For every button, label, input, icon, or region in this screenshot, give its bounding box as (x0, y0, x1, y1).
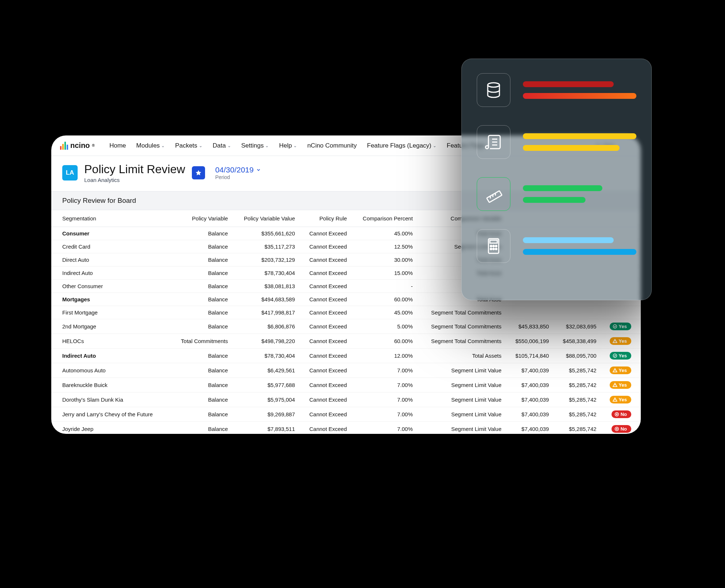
table-cell: $35,117,273 (232, 240, 299, 253)
table-cell: $494,683,589 (232, 293, 299, 306)
table-row[interactable]: Jerry and Larry's Chevy of the FutureBal… (51, 407, 641, 422)
glass-row (477, 229, 636, 263)
table-cell: $78,730,404 (232, 349, 299, 363)
database-icon[interactable] (477, 73, 510, 107)
table-cell: Balance (170, 280, 233, 293)
nav-item-label: Settings (241, 142, 264, 149)
glass-bar (523, 237, 614, 243)
glass-bars (523, 185, 636, 203)
table-row[interactable]: Joyride JeepBalance$7,893,511Cannot Exce… (51, 422, 641, 434)
table-cell: Jerry and Larry's Chevy of the Future (51, 407, 170, 422)
table-cell: Balance (170, 363, 233, 378)
table-row[interactable]: 2nd MortgageBalance$6,806,876Cannot Exce… (51, 319, 641, 334)
column-header[interactable]: Comparison Percent (351, 210, 417, 227)
table-cell: $5,977,688 (232, 378, 299, 392)
nav-item-help[interactable]: Help⌄ (275, 140, 301, 152)
status-pill-label: No (621, 426, 627, 432)
table-cell: $458,338,499 (553, 334, 601, 349)
table-cell: Balance (170, 378, 233, 392)
glass-row (477, 73, 636, 107)
logo-bars-icon (60, 142, 68, 150)
table-cell: $45,833,850 (506, 319, 554, 334)
table-cell: Dorothy's Slam Dunk Kia (51, 392, 170, 407)
status-pill: Yes (610, 381, 631, 389)
table-cell: Segment Total Commitments (417, 306, 506, 319)
glass-bar (523, 133, 636, 139)
brand-name: ncino (70, 141, 90, 150)
table-row[interactable]: HELOCsTotal Commitments$498,798,220Canno… (51, 334, 641, 349)
svg-rect-27 (487, 191, 502, 202)
glass-bars (523, 237, 636, 255)
chevron-down-icon: ⌄ (293, 143, 297, 148)
nav-items: HomeModules⌄Packets⌄Data⌄Settings⌄Help⌄n… (105, 140, 495, 152)
table-cell: $355,661,620 (232, 227, 299, 240)
table-cell: $6,806,876 (232, 319, 299, 334)
column-header[interactable]: Policy Variable Value (232, 210, 299, 227)
table-cell: Mortgages (51, 293, 170, 306)
table-row[interactable]: Bareknuckle BuickBalance$5,977,688Cannot… (51, 378, 641, 392)
table-row[interactable]: Dorothy's Slam Dunk KiaBalance$5,975,004… (51, 392, 641, 407)
nav-item-feature-flags-legacy-[interactable]: Feature Flags (Legacy)⌄ (362, 140, 441, 152)
nav-item-packets[interactable]: Packets⌄ (171, 140, 207, 152)
table-cell-status: Yes (601, 363, 641, 378)
table-cell-status: Yes (601, 319, 641, 334)
table-cell: $38,081,813 (232, 280, 299, 293)
table-cell: $5,285,742 (553, 363, 601, 378)
table-cell: $417,998,817 (232, 306, 299, 319)
table-cell: Indirect Auto (51, 267, 170, 280)
table-cell: $5,975,004 (232, 392, 299, 407)
nav-item-label: Help (279, 142, 292, 149)
table-cell: Cannot Exceed (300, 422, 352, 434)
table-cell-status (601, 306, 641, 319)
scroll-icon[interactable] (477, 125, 510, 159)
table-cell: Total Commitments (170, 334, 233, 349)
favorite-button[interactable] (192, 166, 205, 179)
table-row[interactable]: Autonomous AutoBalance$6,429,561Cannot E… (51, 363, 641, 378)
table-cell: Balance (170, 392, 233, 407)
table-cell: $7,400,039 (506, 422, 554, 434)
table-cell: 7.00% (351, 378, 417, 392)
table-cell: Cannot Exceed (300, 334, 352, 349)
table-cell: $5,285,742 (553, 378, 601, 392)
table-cell: Cannot Exceed (300, 280, 352, 293)
table-cell-status: Yes (601, 334, 641, 349)
table-cell: 2nd Mortgage (51, 319, 170, 334)
table-cell: 15.00% (351, 267, 417, 280)
table-cell: $498,798,220 (232, 334, 299, 349)
calculator-icon[interactable] (477, 229, 510, 263)
nav-item-home[interactable]: Home (105, 140, 130, 152)
table-cell: $78,730,404 (232, 267, 299, 280)
status-pill-label: Yes (619, 368, 627, 373)
table-cell: First Mortgage (51, 306, 170, 319)
nav-item-settings[interactable]: Settings⌄ (237, 140, 273, 152)
table-cell: Cannot Exceed (300, 378, 352, 392)
table-row[interactable]: Indirect AutoBalance$78,730,404Cannot Ex… (51, 349, 641, 363)
table-cell: 7.00% (351, 392, 417, 407)
ruler-icon[interactable] (477, 177, 510, 211)
table-cell: Balance (170, 319, 233, 334)
column-header[interactable]: Policy Variable (170, 210, 233, 227)
nav-item-modules[interactable]: Modules⌄ (132, 140, 169, 152)
column-header[interactable]: Policy Rule (300, 210, 352, 227)
status-pill: Yes (610, 337, 631, 345)
column-header[interactable]: Segmentation (51, 210, 170, 227)
table-cell: Segment Total Commitments (417, 334, 506, 349)
svg-point-36 (490, 248, 492, 250)
status-pill-label: Yes (619, 338, 627, 344)
table-cell-status: Yes (601, 392, 641, 407)
svg-rect-32 (490, 240, 497, 243)
nav-item-ncino-community[interactable]: nCino Community (303, 140, 361, 152)
table-row[interactable]: First MortgageBalance$417,998,817Cannot … (51, 306, 641, 319)
table-cell: Cannot Exceed (300, 293, 352, 306)
table-cell: 7.00% (351, 363, 417, 378)
nav-item-data[interactable]: Data⌄ (208, 140, 235, 152)
nav-item-label: Modules (136, 142, 160, 149)
table-cell: Joyride Jeep (51, 422, 170, 434)
table-cell: Cannot Exceed (300, 267, 352, 280)
period-selector[interactable]: 04/30/2019 Period (215, 165, 261, 180)
table-cell: Cannot Exceed (300, 363, 352, 378)
glass-bar (523, 81, 614, 87)
table-cell: 60.00% (351, 293, 417, 306)
status-pill-label: Yes (619, 353, 627, 358)
nav-item-label: Home (109, 142, 126, 149)
